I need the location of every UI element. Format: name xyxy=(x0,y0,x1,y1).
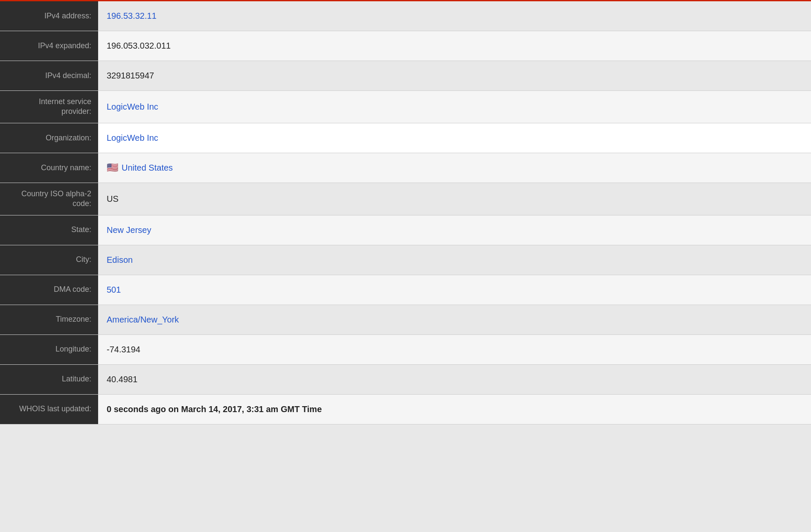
table-row-country-name: Country name:🇺🇸United States xyxy=(0,153,811,183)
table-row-ipv4-expanded: IPv4 expanded:196.053.032.011 xyxy=(0,31,811,61)
flag-icon: 🇺🇸 xyxy=(107,162,118,173)
value-latitude: 40.4981 xyxy=(98,365,811,394)
label-ipv4-expanded: IPv4 expanded: xyxy=(0,31,98,61)
table-row-state: State:New Jersey xyxy=(0,215,811,245)
table-row-dma-code: DMA code:501 xyxy=(0,275,811,305)
table-row-isp: Internet service provider:LogicWeb Inc xyxy=(0,91,811,123)
value-ipv4-decimal: 3291815947 xyxy=(98,61,811,90)
table-row-country-iso: Country ISO alpha-2 code:US xyxy=(0,183,811,215)
value-timezone[interactable]: America/New_York xyxy=(98,305,811,334)
table-row-ipv4-address: IPv4 address:196.53.32.11 xyxy=(0,1,811,31)
value-country-name[interactable]: 🇺🇸United States xyxy=(98,153,811,183)
label-country-iso: Country ISO alpha-2 code: xyxy=(0,183,98,215)
label-country-name: Country name: xyxy=(0,153,98,183)
value-state[interactable]: New Jersey xyxy=(98,215,811,245)
table-row-timezone: Timezone:America/New_York xyxy=(0,305,811,335)
label-state: State: xyxy=(0,215,98,245)
label-latitude: Latitude: xyxy=(0,365,98,394)
table-row-longitude: Longitude:-74.3194 xyxy=(0,335,811,365)
value-ipv4-address[interactable]: 196.53.32.11 xyxy=(98,1,811,31)
value-country-iso: US xyxy=(98,183,811,215)
label-whois-last-updated: WHOIS last updated: xyxy=(0,395,98,424)
label-city: City: xyxy=(0,245,98,275)
table-row-city: City:Edison xyxy=(0,245,811,275)
value-organization[interactable]: LogicWeb Inc xyxy=(98,123,811,153)
value-city[interactable]: Edison xyxy=(98,245,811,275)
label-ipv4-address: IPv4 address: xyxy=(0,1,98,31)
label-timezone: Timezone: xyxy=(0,305,98,334)
table-row-ipv4-decimal: IPv4 decimal:3291815947 xyxy=(0,61,811,91)
label-ipv4-decimal: IPv4 decimal: xyxy=(0,61,98,90)
table-row-organization: Organization:LogicWeb Inc xyxy=(0,123,811,153)
value-longitude: -74.3194 xyxy=(98,335,811,364)
value-isp[interactable]: LogicWeb Inc xyxy=(98,91,811,123)
table-row-latitude: Latitude:40.4981 xyxy=(0,365,811,395)
value-dma-code[interactable]: 501 xyxy=(98,275,811,305)
label-longitude: Longitude: xyxy=(0,335,98,364)
label-isp: Internet service provider: xyxy=(0,91,98,123)
table-row-whois-last-updated: WHOIS last updated:0 seconds ago on Marc… xyxy=(0,395,811,424)
label-organization: Organization: xyxy=(0,123,98,153)
ip-info-table: IPv4 address:196.53.32.11IPv4 expanded:1… xyxy=(0,0,811,424)
value-ipv4-expanded: 196.053.032.011 xyxy=(98,31,811,61)
label-dma-code: DMA code: xyxy=(0,275,98,305)
value-whois-last-updated: 0 seconds ago on March 14, 2017, 3:31 am… xyxy=(98,395,811,424)
